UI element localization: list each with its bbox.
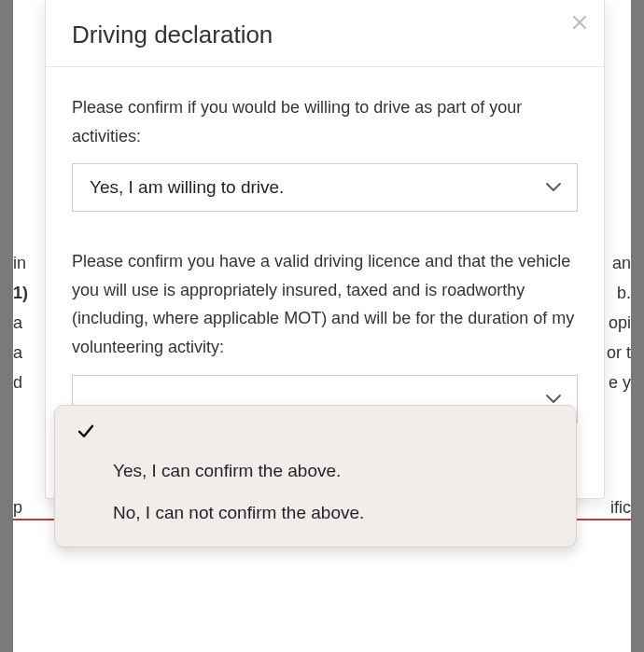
modal-title: Driving declaration: [72, 21, 578, 49]
dropdown-option-no[interactable]: No, I can not confirm the above.: [55, 492, 576, 534]
modal-header: Driving declaration: [46, 0, 604, 67]
bg-text: e y: [609, 373, 631, 393]
close-button[interactable]: [572, 13, 587, 34]
question2-dropdown: Yes, I can confirm the above. No, I can …: [54, 405, 577, 548]
dropdown-option-label: No, I can not confirm the above.: [113, 503, 364, 522]
bg-text: an: [612, 254, 631, 273]
bg-text: opi: [609, 313, 631, 333]
dropdown-option-yes[interactable]: Yes, I can confirm the above.: [55, 451, 576, 492]
modal-body: Please confirm if you would be willing t…: [46, 67, 604, 423]
dropdown-option-blank[interactable]: [55, 417, 576, 451]
bg-text: d: [13, 373, 22, 393]
bg-text: ific: [610, 498, 631, 518]
chevron-down-icon: [545, 394, 562, 405]
question1-select[interactable]: Yes, I am willing to drive.: [72, 163, 578, 212]
close-icon: [572, 11, 587, 35]
bg-text: b.: [617, 284, 631, 303]
bg-text: in: [13, 254, 26, 273]
check-icon: [77, 421, 94, 448]
chevron-down-icon: [545, 182, 562, 193]
bg-text: or t: [607, 343, 631, 363]
bg-text: a: [13, 313, 22, 333]
bg-text: 1): [13, 284, 28, 303]
bg-text: p: [13, 498, 22, 518]
bg-text: a: [13, 343, 22, 363]
dropdown-option-label: Yes, I can confirm the above.: [113, 461, 341, 480]
question1-label: Please confirm if you would be willing t…: [72, 93, 578, 150]
question2-label: Please confirm you have a valid driving …: [72, 247, 578, 361]
question1-selected-value: Yes, I am willing to drive.: [90, 177, 284, 197]
